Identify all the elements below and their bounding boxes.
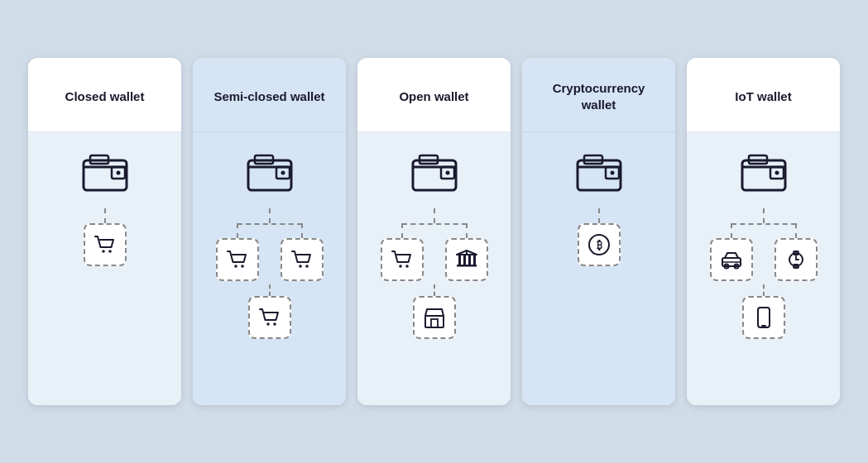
semi-closed-wallet-body bbox=[193, 132, 346, 405]
semi-top-row bbox=[216, 223, 324, 281]
open-wallet-card: Open wallet bbox=[357, 58, 511, 405]
phone-box bbox=[742, 296, 785, 339]
cards-container: Closed wallet Semi-closed wallet bbox=[12, 41, 856, 422]
semi-right-vline bbox=[301, 223, 303, 238]
iot-bottom-vline bbox=[763, 284, 765, 296]
line-v1 bbox=[104, 208, 106, 223]
open-left-vline bbox=[401, 223, 403, 238]
open-wallet-body bbox=[357, 132, 511, 405]
phone-icon bbox=[752, 306, 775, 329]
iot-right-col bbox=[774, 223, 818, 281]
crypto-wallet-card: Cryptocurrency wallet bbox=[522, 58, 675, 405]
watch-box bbox=[774, 238, 818, 281]
semi-closed-wallet-title: Semi-closed wallet bbox=[213, 88, 324, 105]
open-wallet-title: Open wallet bbox=[399, 88, 468, 105]
iot-right-vline bbox=[795, 223, 797, 238]
open-right-col bbox=[445, 223, 488, 281]
open-cart-icon bbox=[391, 248, 414, 271]
semi-cart1-icon bbox=[226, 248, 249, 271]
open-top-row bbox=[381, 223, 488, 281]
open-store-icon bbox=[423, 306, 446, 329]
cart-icon-1 bbox=[94, 233, 117, 256]
open-left-col bbox=[381, 223, 424, 281]
wallet-svg-closed bbox=[82, 149, 128, 195]
open-bank-box bbox=[445, 238, 488, 281]
open-bottom-vline bbox=[434, 284, 435, 296]
iot-left-vline bbox=[731, 223, 732, 238]
open-wallet-icon bbox=[411, 149, 458, 198]
iot-wallet-card: IoT wallet bbox=[687, 58, 840, 405]
iot-wallet-icon bbox=[741, 149, 787, 198]
open-right-vline bbox=[466, 223, 468, 238]
bitcoin-box bbox=[578, 223, 621, 266]
car-box bbox=[710, 238, 753, 281]
wallet-svg-crypto bbox=[576, 149, 622, 195]
semi-right-col bbox=[281, 223, 324, 281]
semi-left-vline bbox=[237, 223, 238, 238]
iot-tree bbox=[695, 208, 832, 339]
iot-wallet-body bbox=[687, 132, 840, 405]
semi-closed-wallet-card: Semi-closed wallet bbox=[193, 58, 346, 405]
semi-bottom-col bbox=[248, 284, 291, 339]
open-bank-icon bbox=[455, 248, 478, 271]
crypto-tree bbox=[578, 208, 621, 266]
closed-wallet-tree bbox=[84, 208, 127, 266]
open-cart-box bbox=[381, 238, 424, 281]
semi-line-v bbox=[269, 208, 271, 223]
semi-cart2-icon bbox=[290, 248, 314, 271]
semi-closed-wallet-header: Semi-closed wallet bbox=[193, 58, 346, 132]
crypto-wallet-header: Cryptocurrency wallet bbox=[522, 58, 675, 132]
iot-left-col bbox=[710, 223, 753, 281]
semi-bottom-vline bbox=[269, 284, 271, 296]
open-store-box bbox=[413, 296, 456, 339]
open-hline bbox=[402, 223, 467, 225]
semi-left-col bbox=[216, 223, 259, 281]
semi-closed-wallet-icon bbox=[247, 149, 293, 198]
iot-bottom-col bbox=[742, 284, 785, 339]
watch-icon bbox=[784, 248, 808, 271]
crypto-wallet-title: Cryptocurrency wallet bbox=[534, 80, 664, 112]
car-icon bbox=[720, 248, 743, 271]
closed-wallet-body bbox=[28, 132, 181, 405]
semi-tree bbox=[201, 208, 338, 339]
iot-vline-top bbox=[763, 208, 765, 223]
open-bottom-col bbox=[413, 284, 456, 339]
semi-cart3-box bbox=[248, 296, 291, 339]
closed-wallet-title: Closed wallet bbox=[65, 88, 145, 105]
closed-wallet-icon bbox=[82, 149, 128, 198]
cart-icon-box-1 bbox=[84, 223, 127, 266]
crypto-wallet-body bbox=[522, 132, 675, 405]
open-vline-top bbox=[434, 208, 435, 223]
closed-wallet-header: Closed wallet bbox=[28, 58, 181, 132]
closed-wallet-card: Closed wallet bbox=[28, 58, 181, 405]
semi-cart1-box bbox=[216, 238, 259, 281]
semi-cart2-box bbox=[281, 238, 324, 281]
crypto-wallet-icon bbox=[576, 149, 622, 198]
bitcoin-icon bbox=[587, 233, 611, 256]
wallet-svg-iot bbox=[741, 149, 787, 195]
crypto-vline bbox=[598, 208, 600, 223]
open-wallet-header: Open wallet bbox=[357, 58, 511, 132]
iot-top-row bbox=[710, 223, 818, 281]
open-tree bbox=[366, 208, 502, 339]
iot-hline bbox=[731, 223, 796, 225]
wallet-svg-open bbox=[411, 149, 458, 195]
iot-wallet-title: IoT wallet bbox=[735, 88, 791, 105]
semi-hline bbox=[237, 223, 302, 225]
iot-wallet-header: IoT wallet bbox=[687, 58, 840, 132]
semi-cart3-icon bbox=[258, 306, 281, 329]
wallet-svg-semi bbox=[247, 149, 293, 195]
